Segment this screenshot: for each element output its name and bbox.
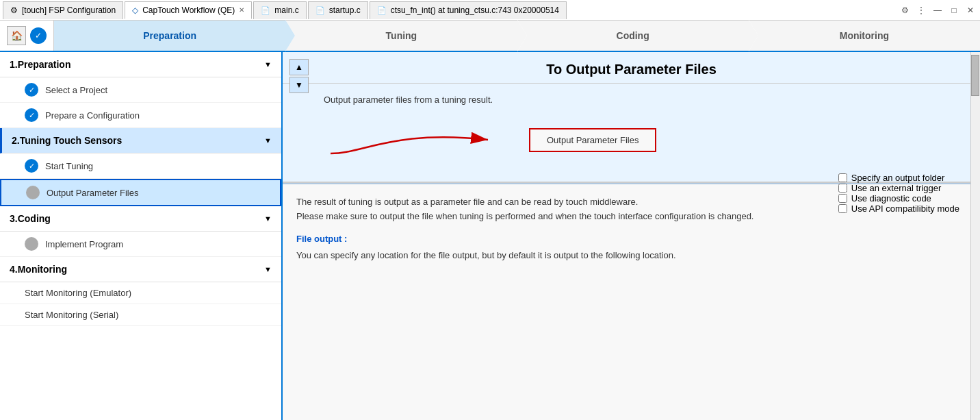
content-nav: ▲ ▼: [289, 59, 309, 93]
checkbox-external-trigger-input[interactable]: [838, 184, 847, 193]
checkbox-external-trigger-label: Use an external trigger: [851, 183, 942, 193]
sidebar-item-start-monitoring-serial-label: Start Monitoring (Serial): [25, 310, 118, 320]
more-action[interactable]: ⋮: [914, 3, 928, 17]
workflow-steps: Preparation Tuning Coding Monitoring: [54, 21, 980, 51]
monitoring-arrow-icon: ▼: [264, 265, 272, 273]
step-tuning[interactable]: Tuning: [285, 21, 517, 51]
tab-captouch[interactable]: ◇ CapTouch Workflow (QE) ✕: [125, 1, 252, 19]
sidebar-section-preparation[interactable]: 1.Preparation ▼: [0, 52, 281, 77]
check-circle-start-tuning: ✓: [25, 159, 38, 173]
preparation-arrow-icon: ▼: [264, 60, 272, 69]
tab-captouch-label: CapTouch Workflow (QE): [142, 5, 235, 15]
tab-startupc-label: startup.c: [329, 5, 361, 15]
content-area: ▲ ▼ To Output Parameter Files Output par…: [283, 52, 980, 420]
tab-mainc-icon: 📄: [261, 6, 270, 15]
sidebar-item-start-tuning-label: Start Tuning: [45, 161, 93, 171]
sidebar-section-tuning-label: 2.Tuning Touch Sensors: [12, 135, 122, 146]
sidebar-item-output-params-label: Output Parameter Files: [47, 188, 138, 198]
step-monitoring[interactable]: Monitoring: [749, 21, 980, 51]
options-area: Specify an output folder Use an external…: [838, 173, 959, 214]
tab-ctsu[interactable]: 📄 ctsu_fn_int() at tuning_ctsu.c:743 0x2…: [370, 1, 567, 19]
checkbox-diagnostic-code: Use diagnostic code: [838, 193, 959, 203]
sidebar: 1.Preparation ▼ ✓ Select a Project ✓ Pre…: [0, 52, 283, 420]
sidebar-item-start-tuning[interactable]: ✓ Start Tuning: [0, 153, 281, 179]
checkbox-api-compat-label: Use API compatilibity mode: [851, 203, 959, 214]
tab-ctsu-icon: 📄: [377, 6, 387, 15]
tab-captouch-close[interactable]: ✕: [239, 6, 244, 14]
sidebar-section-tuning[interactable]: 2.Tuning Touch Sensors ▼: [0, 128, 281, 153]
sidebar-section-monitoring[interactable]: 4.Monitoring ▼: [0, 257, 281, 282]
title-bar: ⚙ [touch] FSP Configuration ◇ CapTouch W…: [0, 0, 980, 21]
tab-mainc[interactable]: 📄 main.c: [253, 1, 306, 19]
sidebar-section-monitoring-label: 4.Monitoring: [10, 264, 67, 275]
coding-arrow-icon: ▼: [264, 214, 272, 223]
tab-fsp-label: [touch] FSP Configuration: [22, 5, 116, 15]
sidebar-section-coding-label: 3.Coding: [10, 213, 51, 224]
sidebar-item-implement-program[interactable]: Implement Program: [0, 232, 281, 257]
tuning-arrow-icon: ▼: [264, 136, 272, 145]
tab-ctsu-label: ctsu_fn_int() at tuning_ctsu.c:743 0x200…: [391, 5, 559, 15]
check-circle-prepare-config: ✓: [25, 108, 38, 122]
gray-circle-output-params: [26, 186, 40, 199]
tab-startupc[interactable]: 📄 startup.c: [308, 1, 368, 19]
nav-down-button[interactable]: ▼: [289, 77, 309, 93]
maximize-action[interactable]: □: [947, 3, 961, 17]
workflow-header: 🏠 ✓ Preparation Tuning Coding Monitoring: [0, 21, 980, 52]
checkbox-api-compat: Use API compatilibity mode: [838, 203, 959, 214]
step-tuning-label: Tuning: [386, 30, 417, 41]
content-body: Output parameter files from a tuning res…: [283, 84, 980, 183]
nav-up-button[interactable]: ▲: [289, 59, 309, 75]
step-preparation-label: Preparation: [143, 30, 196, 41]
gray-circle-implement: [25, 237, 38, 251]
sidebar-item-start-monitoring-emulator[interactable]: Start Monitoring (Emulator): [0, 282, 281, 304]
checkbox-diagnostic-code-input[interactable]: [838, 194, 847, 203]
status-check: ✓: [30, 27, 47, 44]
sidebar-item-prepare-config-label: Prepare a Configuration: [45, 110, 140, 121]
sidebar-section-coding[interactable]: 3.Coding ▼: [0, 206, 281, 232]
sidebar-item-prepare-config[interactable]: ✓ Prepare a Configuration: [0, 103, 281, 128]
close-action[interactable]: ✕: [964, 3, 977, 17]
window-actions: ⚙ ⋮ — □ ✕: [898, 3, 977, 17]
checkbox-diagnostic-code-label: Use diagnostic code: [851, 193, 931, 203]
checkbox-output-folder-input[interactable]: [838, 173, 847, 182]
tab-mainc-label: main.c: [274, 5, 298, 15]
file-output-text: You can specify any location for the fil…: [296, 249, 966, 263]
output-parameter-files-button[interactable]: Output Parameter Files: [529, 128, 656, 152]
workflow-nav-left: 🏠 ✓: [0, 21, 54, 51]
sidebar-item-output-params[interactable]: Output Parameter Files: [0, 179, 281, 206]
checkbox-api-compat-input[interactable]: [838, 204, 847, 213]
tab-startupc-icon: 📄: [315, 6, 325, 15]
step-coding[interactable]: Coding: [517, 21, 749, 51]
step-preparation[interactable]: Preparation: [54, 21, 285, 51]
sidebar-section-preparation-label: 1.Preparation: [10, 59, 70, 70]
scrollbar-thumb[interactable]: [971, 55, 979, 96]
check-circle-select-project: ✓: [25, 83, 38, 97]
checkbox-specify-output-folder: Specify an output folder: [838, 173, 959, 183]
tab-captouch-icon: ◇: [132, 5, 138, 15]
home-button[interactable]: 🏠: [7, 26, 26, 45]
file-output-label: File output :: [296, 232, 966, 247]
checkbox-output-folder-label: Specify an output folder: [851, 173, 945, 183]
tab-fsp[interactable]: ⚙ [touch] FSP Configuration: [3, 1, 123, 19]
sidebar-item-select-project[interactable]: ✓ Select a Project: [0, 77, 281, 103]
content-description: Output parameter files from a tuning res…: [324, 95, 966, 105]
arrow-graphic: [324, 116, 515, 164]
settings-action[interactable]: ⚙: [898, 3, 912, 17]
content-title: To Output Parameter Files: [283, 52, 980, 84]
sidebar-item-select-project-label: Select a Project: [45, 85, 107, 95]
tab-fsp-icon: ⚙: [10, 5, 18, 15]
sidebar-item-start-monitoring-emulator-label: Start Monitoring (Emulator): [25, 288, 131, 298]
step-monitoring-label: Monitoring: [840, 30, 889, 41]
step-coding-label: Coding: [617, 30, 649, 41]
sidebar-item-implement-label: Implement Program: [45, 239, 123, 249]
scrollbar-track[interactable]: [970, 52, 980, 420]
main-layout: 1.Preparation ▼ ✓ Select a Project ✓ Pre…: [0, 52, 980, 420]
checkbox-external-trigger: Use an external trigger: [838, 183, 959, 193]
minimize-action[interactable]: —: [931, 3, 944, 17]
sidebar-item-start-monitoring-serial[interactable]: Start Monitoring (Serial): [0, 304, 281, 326]
